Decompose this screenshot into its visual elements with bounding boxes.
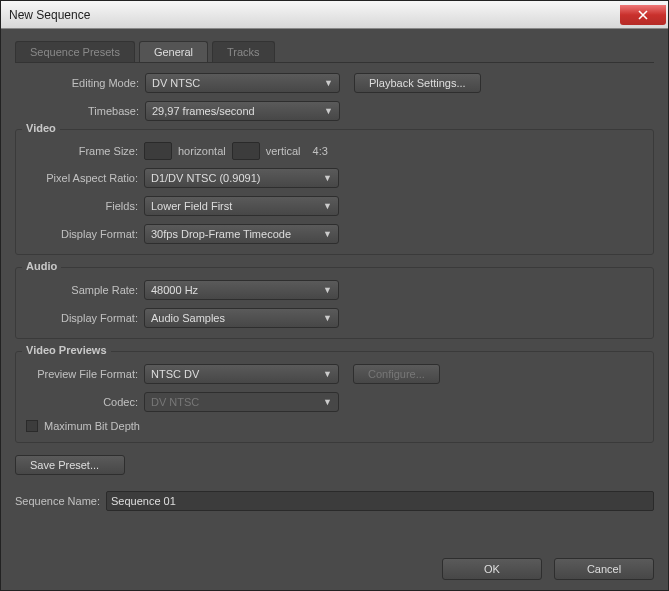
frame-size-label: Frame Size: bbox=[26, 145, 144, 157]
dialog-content: Sequence Presets General Tracks Editing … bbox=[1, 29, 668, 590]
close-button[interactable] bbox=[620, 5, 666, 25]
pixel-aspect-dropdown[interactable]: D1/DV NTSC (0.9091) ▼ bbox=[144, 168, 339, 188]
aspect-ratio-text: 4:3 bbox=[313, 145, 328, 157]
video-display-format-dropdown[interactable]: 30fps Drop-Frame Timecode ▼ bbox=[144, 224, 339, 244]
vertical-label: vertical bbox=[266, 145, 301, 157]
timebase-value: 29,97 frames/second bbox=[152, 105, 255, 117]
timebase-row: Timebase: 29,97 frames/second ▼ bbox=[15, 101, 654, 121]
audio-display-format-row: Display Format: Audio Samples ▼ bbox=[26, 308, 643, 328]
audio-display-format-label: Display Format: bbox=[26, 312, 144, 324]
ok-button[interactable]: OK bbox=[442, 558, 542, 580]
sample-rate-label: Sample Rate: bbox=[26, 284, 144, 296]
tab-tracks[interactable]: Tracks bbox=[212, 41, 275, 62]
chevron-down-icon: ▼ bbox=[323, 285, 332, 295]
chevron-down-icon: ▼ bbox=[324, 106, 333, 116]
preview-format-dropdown[interactable]: NTSC DV ▼ bbox=[144, 364, 339, 384]
preview-format-label: Preview File Format: bbox=[26, 368, 144, 380]
video-display-format-row: Display Format: 30fps Drop-Frame Timecod… bbox=[26, 224, 643, 244]
chevron-down-icon: ▼ bbox=[323, 313, 332, 323]
video-display-format-label: Display Format: bbox=[26, 228, 144, 240]
codec-row: Codec: DV NTSC ▼ bbox=[26, 392, 643, 412]
codec-dropdown: DV NTSC ▼ bbox=[144, 392, 339, 412]
pixel-aspect-row: Pixel Aspect Ratio: D1/DV NTSC (0.9091) … bbox=[26, 168, 643, 188]
titlebar-buttons bbox=[620, 5, 668, 25]
pixel-aspect-value: D1/DV NTSC (0.9091) bbox=[151, 172, 260, 184]
sample-rate-row: Sample Rate: 48000 Hz ▼ bbox=[26, 280, 643, 300]
max-bit-depth-row: Maximum Bit Depth bbox=[26, 420, 643, 432]
chevron-down-icon: ▼ bbox=[323, 397, 332, 407]
video-legend: Video bbox=[22, 122, 60, 134]
tab-general[interactable]: General bbox=[139, 41, 208, 62]
fields-value: Lower Field First bbox=[151, 200, 232, 212]
codec-label: Codec: bbox=[26, 396, 144, 408]
horizontal-label: horizontal bbox=[178, 145, 226, 157]
fields-label: Fields: bbox=[26, 200, 144, 212]
sequence-name-label: Sequence Name: bbox=[15, 495, 106, 507]
editing-mode-label: Editing Mode: bbox=[15, 77, 145, 89]
frame-size-row: Frame Size: horizontal vertical 4:3 bbox=[26, 142, 643, 160]
window-title: New Sequence bbox=[9, 8, 90, 22]
max-bit-depth-label: Maximum Bit Depth bbox=[44, 420, 140, 432]
audio-fieldset: Audio Sample Rate: 48000 Hz ▼ Display Fo… bbox=[15, 267, 654, 339]
frame-height-input[interactable] bbox=[232, 142, 260, 160]
codec-value: DV NTSC bbox=[151, 396, 199, 408]
tab-sequence-presets[interactable]: Sequence Presets bbox=[15, 41, 135, 62]
playback-settings-button[interactable]: Playback Settings... bbox=[354, 73, 481, 93]
previews-fieldset: Video Previews Preview File Format: NTSC… bbox=[15, 351, 654, 443]
audio-display-format-dropdown[interactable]: Audio Samples ▼ bbox=[144, 308, 339, 328]
chevron-down-icon: ▼ bbox=[324, 78, 333, 88]
save-preset-button[interactable]: Save Preset... bbox=[15, 455, 125, 475]
timebase-label: Timebase: bbox=[15, 105, 145, 117]
editing-mode-row: Editing Mode: DV NTSC ▼ Playback Setting… bbox=[15, 73, 654, 93]
preview-format-row: Preview File Format: NTSC DV ▼ Configure… bbox=[26, 364, 643, 384]
max-bit-depth-checkbox[interactable] bbox=[26, 420, 38, 432]
audio-legend: Audio bbox=[22, 260, 61, 272]
fields-dropdown[interactable]: Lower Field First ▼ bbox=[144, 196, 339, 216]
sample-rate-dropdown[interactable]: 48000 Hz ▼ bbox=[144, 280, 339, 300]
editing-mode-dropdown[interactable]: DV NTSC ▼ bbox=[145, 73, 340, 93]
cancel-button[interactable]: Cancel bbox=[554, 558, 654, 580]
video-fieldset: Video Frame Size: horizontal vertical 4:… bbox=[15, 129, 654, 255]
sequence-name-row: Sequence Name: bbox=[15, 491, 654, 511]
video-display-format-value: 30fps Drop-Frame Timecode bbox=[151, 228, 291, 240]
chevron-down-icon: ▼ bbox=[323, 201, 332, 211]
tab-row: Sequence Presets General Tracks bbox=[15, 41, 654, 63]
audio-display-format-value: Audio Samples bbox=[151, 312, 225, 324]
dialog-buttons: OK Cancel bbox=[15, 558, 654, 580]
configure-button: Configure... bbox=[353, 364, 440, 384]
titlebar: New Sequence bbox=[1, 1, 668, 29]
dialog-window: New Sequence Sequence Presets General Tr… bbox=[0, 0, 669, 591]
previews-legend: Video Previews bbox=[22, 344, 111, 356]
timebase-dropdown[interactable]: 29,97 frames/second ▼ bbox=[145, 101, 340, 121]
sample-rate-value: 48000 Hz bbox=[151, 284, 198, 296]
pixel-aspect-label: Pixel Aspect Ratio: bbox=[26, 172, 144, 184]
frame-width-input[interactable] bbox=[144, 142, 172, 160]
save-preset-row: Save Preset... bbox=[15, 455, 654, 475]
editing-mode-value: DV NTSC bbox=[152, 77, 200, 89]
chevron-down-icon: ▼ bbox=[323, 229, 332, 239]
chevron-down-icon: ▼ bbox=[323, 173, 332, 183]
close-icon bbox=[638, 10, 648, 20]
fields-row: Fields: Lower Field First ▼ bbox=[26, 196, 643, 216]
chevron-down-icon: ▼ bbox=[323, 369, 332, 379]
sequence-name-input[interactable] bbox=[106, 491, 654, 511]
preview-format-value: NTSC DV bbox=[151, 368, 199, 380]
